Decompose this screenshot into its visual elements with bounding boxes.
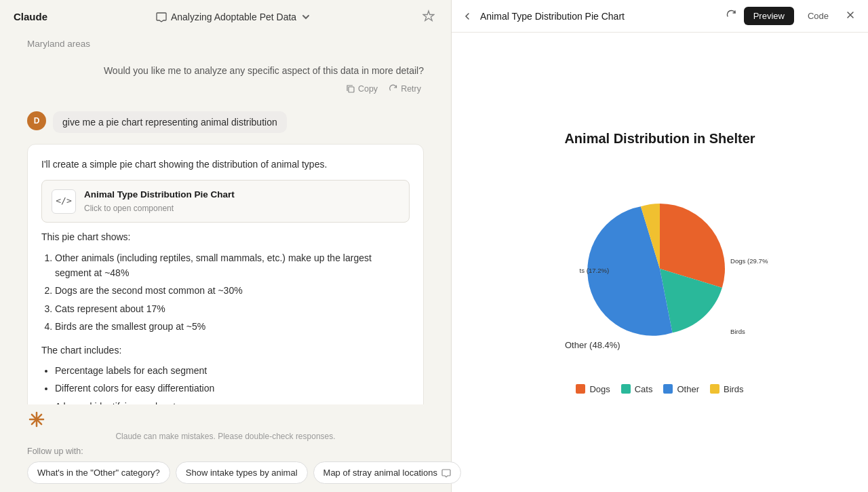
component-subtitle: Click to open component — [84, 202, 235, 215]
refresh-icon — [726, 10, 737, 20]
project-title[interactable]: Analyzing Adoptable Pet Data — [156, 12, 311, 22]
right-panel: Animal Type Distribution Pie Chart Previ… — [451, 0, 868, 492]
list-item: Cats represent about 17% — [55, 301, 410, 316]
chip-map-locations[interactable]: Map of stray animal locations — [313, 461, 461, 484]
star-icon — [422, 10, 435, 22]
chevron-down-icon — [300, 12, 311, 22]
chat-bubble-icon — [441, 468, 451, 478]
other-label-positioned: Other (48.4%) — [565, 340, 620, 350]
assistant-intro: I'll create a simple pie chart showing t… — [41, 157, 410, 172]
tab-preview[interactable]: Preview — [744, 7, 794, 25]
left-panel: Claude Analyzing Adoptable Pet Data Mary… — [0, 0, 451, 492]
right-actions: Preview Code — [724, 7, 859, 25]
star-button[interactable] — [420, 7, 437, 26]
chip-other-category[interactable]: What's in the "Other" category? — [27, 461, 170, 484]
dogs-label: Dogs (29.7%) — [730, 257, 768, 265]
chat-area: Maryland areas Would you like me to anal… — [0, 33, 451, 404]
component-icon: </> — [52, 189, 76, 214]
list-item: Other animals (including reptiles, small… — [55, 250, 410, 281]
suggestion-chips: What's in the "Other" category? Show int… — [27, 461, 424, 484]
system-message: Maryland areas — [27, 33, 424, 54]
panel-title: Animal Type Distribution Pie Chart — [480, 11, 717, 22]
project-name: Analyzing Adoptable Pet Data — [171, 12, 296, 22]
assistant-message: I'll create a simple pie chart showing t… — [27, 144, 424, 404]
legend-other: Other — [663, 384, 699, 394]
pie-chart-container: Dogs (29.7%) ts (17.2%) Other (48.4%) Bi… — [551, 167, 768, 371]
list-item: Dogs are the second most common at ~30% — [55, 283, 410, 298]
copy-icon — [346, 84, 355, 94]
chart-legend: Dogs Cats Other Birds — [576, 384, 743, 394]
chart-area: Animal Distribution in Shelter — [452, 33, 868, 492]
user-avatar: D — [27, 111, 46, 130]
top-bar: Claude Analyzing Adoptable Pet Data — [0, 0, 451, 33]
list-item: Different colors for easy differentiatio… — [55, 381, 410, 396]
system-question: Would you like me to analyze any specifi… — [104, 65, 424, 76]
list-item: A legend identifying each category — [55, 399, 410, 404]
component-card[interactable]: </> Animal Type Distribution Pie Chart C… — [41, 180, 410, 223]
birds-color — [710, 384, 719, 394]
cats-color — [621, 384, 631, 394]
tab-code[interactable]: Code — [798, 7, 838, 25]
component-title: Animal Type Distribution Pie Chart — [84, 187, 235, 202]
system-text: Maryland areas — [27, 39, 90, 49]
legend-cats: Cats — [621, 384, 653, 394]
follow-up-label: Follow up with: — [27, 447, 424, 456]
bottom-area: Claude can make mistakes. Please double-… — [0, 404, 451, 492]
chip-show-types[interactable]: Show intake types by animal — [176, 461, 308, 484]
chat-icon — [156, 12, 167, 22]
app-title: Claude — [14, 11, 47, 22]
right-header: Animal Type Distribution Pie Chart Previ… — [452, 0, 868, 33]
refresh-button[interactable] — [724, 7, 740, 25]
claude-logo — [27, 410, 46, 429]
close-icon — [845, 10, 856, 20]
dogs-color — [576, 384, 585, 394]
chart-title: Animal Distribution in Shelter — [564, 131, 755, 147]
system-copy-button[interactable]: Copy — [343, 83, 380, 95]
close-button[interactable] — [842, 7, 859, 25]
other-color — [663, 384, 673, 394]
user-bubble: give me a pie chart representing animal … — [53, 111, 287, 133]
list-item: Birds are the smallest group at ~5% — [55, 319, 410, 334]
top-bar-right — [420, 7, 437, 26]
list-item: Percentage labels for each segment — [55, 363, 410, 378]
component-info: Animal Type Distribution Pie Chart Click… — [84, 187, 235, 215]
includes-list: Percentage labels for each segment Diffe… — [41, 363, 410, 404]
includes-title: The chart includes: — [41, 343, 410, 358]
cats-label: ts (17.2%) — [580, 266, 610, 273]
user-message-row: D give me a pie chart representing anima… — [27, 111, 424, 133]
system-retry-button[interactable]: Retry — [386, 83, 424, 95]
chart-items-list: Other animals (including reptiles, small… — [41, 250, 410, 335]
legend-dogs: Dogs — [576, 384, 610, 394]
legend-birds: Birds — [710, 384, 744, 394]
back-icon — [461, 10, 473, 22]
back-button[interactable] — [461, 10, 473, 22]
disclaimer: Claude can make mistakes. Please double-… — [27, 432, 424, 441]
retry-icon — [389, 84, 398, 94]
body-intro: This pie chart shows: — [41, 229, 410, 244]
birds-label: Birds — [730, 328, 745, 335]
svg-rect-0 — [349, 87, 354, 92]
